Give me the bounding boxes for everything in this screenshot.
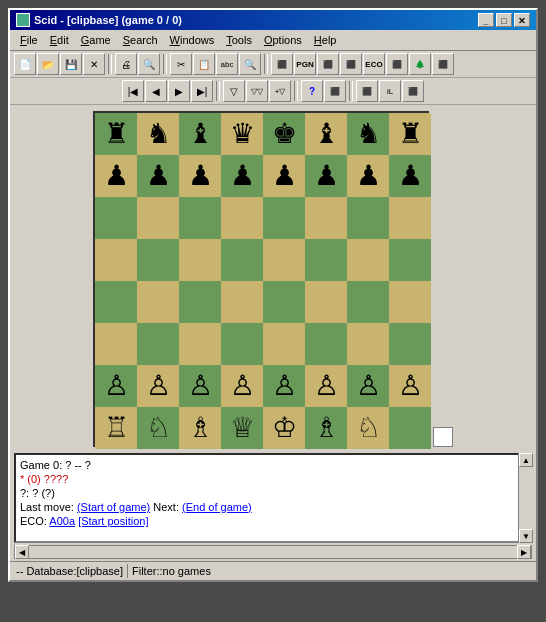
close-db-button[interactable]: ✕	[83, 53, 105, 75]
sq-a2[interactable]: ♙	[95, 365, 137, 407]
sq-c7[interactable]: ♟	[179, 155, 221, 197]
sq-c4[interactable]	[179, 281, 221, 323]
new-button[interactable]: 📄	[14, 53, 36, 75]
sq-c3[interactable]	[179, 323, 221, 365]
scroll-left-button[interactable]: ◀	[15, 545, 29, 559]
paste-button[interactable]: abc	[216, 53, 238, 75]
last-move-link[interactable]: (Start of game)	[77, 501, 150, 513]
scroll-down-button[interactable]: ▼	[519, 529, 533, 543]
rotate-button[interactable]: ⬛	[356, 80, 378, 102]
add-var-button[interactable]: +▽	[269, 80, 291, 102]
sq-h2[interactable]: ♙	[389, 365, 431, 407]
menu-help[interactable]: Help	[308, 32, 343, 48]
sq-d5[interactable]	[221, 239, 263, 281]
chessboard[interactable]: ♜ ♞ ♝ ♛ ♚ ♝ ♞ ♜ ♟ ♟ ♟ ♟ ♟ ♟ ♟ ♟	[93, 111, 429, 447]
sq-a6[interactable]	[95, 197, 137, 239]
open-button[interactable]: 📂	[37, 53, 59, 75]
vertical-scrollbar[interactable]: ▲ ▼	[518, 453, 532, 543]
next-button[interactable]: ▶	[168, 80, 190, 102]
sq-f2[interactable]: ♙	[305, 365, 347, 407]
sq-e4[interactable]	[263, 281, 305, 323]
sq-f8[interactable]: ♝	[305, 113, 347, 155]
sq-c1[interactable]: ♗	[179, 407, 221, 449]
stats-button[interactable]: ⬛	[386, 53, 408, 75]
sq-b4[interactable]	[137, 281, 179, 323]
sq-b7[interactable]: ♟	[137, 155, 179, 197]
menu-search[interactable]: Search	[117, 32, 164, 48]
sq-h7[interactable]: ♟	[389, 155, 431, 197]
eco-button[interactable]: ECO	[363, 53, 385, 75]
var-down-button[interactable]: ▽	[223, 80, 245, 102]
sq-e1[interactable]: ♔	[263, 407, 305, 449]
maximize-button[interactable]: □	[496, 13, 512, 27]
cut-button[interactable]: ✂	[170, 53, 192, 75]
eco-pos-link[interactable]: [Start position]	[78, 515, 148, 527]
sq-a7[interactable]: ♟	[95, 155, 137, 197]
pgn-button[interactable]: PGN	[294, 53, 316, 75]
sq-a1[interactable]: ♖	[95, 407, 137, 449]
sq-e2[interactable]: ♙	[263, 365, 305, 407]
sq-a8[interactable]: ♜	[95, 113, 137, 155]
menu-options[interactable]: Options	[258, 32, 308, 48]
menu-windows[interactable]: Windows	[164, 32, 221, 48]
mark-button[interactable]: ⬛	[324, 80, 346, 102]
sq-b1[interactable]: ♘	[137, 407, 179, 449]
print-button[interactable]: 🖨	[115, 53, 137, 75]
scroll-right-button[interactable]: ▶	[517, 545, 531, 559]
sq-d4[interactable]	[221, 281, 263, 323]
close-button[interactable]: ✕	[514, 13, 530, 27]
help2-button[interactable]: ?	[301, 80, 323, 102]
menu-game[interactable]: Game	[75, 32, 117, 48]
sq-b8[interactable]: ♞	[137, 113, 179, 155]
sq-g3[interactable]	[347, 323, 389, 365]
sq-b6[interactable]	[137, 197, 179, 239]
sq-g1[interactable]: ♘	[347, 407, 389, 449]
sq-c5[interactable]	[179, 239, 221, 281]
sq-d6[interactable]	[221, 197, 263, 239]
sq-e5[interactable]	[263, 239, 305, 281]
sq-f6[interactable]	[305, 197, 347, 239]
sq-e6[interactable]	[263, 197, 305, 239]
sq-g7[interactable]: ♟	[347, 155, 389, 197]
sq-e7[interactable]: ♟	[263, 155, 305, 197]
sq-f3[interactable]	[305, 323, 347, 365]
menu-tools[interactable]: Tools	[220, 32, 258, 48]
sq-b2[interactable]: ♙	[137, 365, 179, 407]
var-down2-button[interactable]: ▽▽	[246, 80, 268, 102]
sq-g5[interactable]	[347, 239, 389, 281]
sq-b3[interactable]	[137, 323, 179, 365]
prev-button[interactable]: ◀	[145, 80, 167, 102]
sq-h8[interactable]: ♜	[389, 113, 431, 155]
start-button[interactable]: |◀	[122, 80, 144, 102]
search2-button[interactable]: 🔍	[239, 53, 261, 75]
sq-d8[interactable]: ♛	[221, 113, 263, 155]
board-button[interactable]: ⬛	[317, 53, 339, 75]
sq-h1[interactable]	[389, 407, 431, 449]
sq-f1[interactable]: ♗	[305, 407, 347, 449]
eco-code-link[interactable]: A00a	[49, 515, 75, 527]
sq-a4[interactable]	[95, 281, 137, 323]
sq-h6[interactable]	[389, 197, 431, 239]
copy-button[interactable]: 📋	[193, 53, 215, 75]
sq-d7[interactable]: ♟	[221, 155, 263, 197]
score-button[interactable]: ⬛	[340, 53, 362, 75]
next-link[interactable]: (End of game)	[182, 501, 252, 513]
sq-g2[interactable]: ♙	[347, 365, 389, 407]
sq-h4[interactable]	[389, 281, 431, 323]
sq-a5[interactable]	[95, 239, 137, 281]
sq-f7[interactable]: ♟	[305, 155, 347, 197]
sq-a3[interactable]	[95, 323, 137, 365]
horizontal-scrollbar[interactable]: ◀ ▶	[14, 545, 532, 559]
sq-g6[interactable]	[347, 197, 389, 239]
end-button[interactable]: ▶|	[191, 80, 213, 102]
finder-button[interactable]: 🔍	[138, 53, 160, 75]
sq-d1[interactable]: ♕	[221, 407, 263, 449]
sq-h5[interactable]	[389, 239, 431, 281]
sq-h3[interactable]	[389, 323, 431, 365]
sq-g4[interactable]	[347, 281, 389, 323]
sq-e3[interactable]	[263, 323, 305, 365]
sq-f5[interactable]	[305, 239, 347, 281]
menu-file[interactable]: File	[14, 32, 44, 48]
sq-b5[interactable]	[137, 239, 179, 281]
photo-button[interactable]: ⬛	[402, 80, 424, 102]
